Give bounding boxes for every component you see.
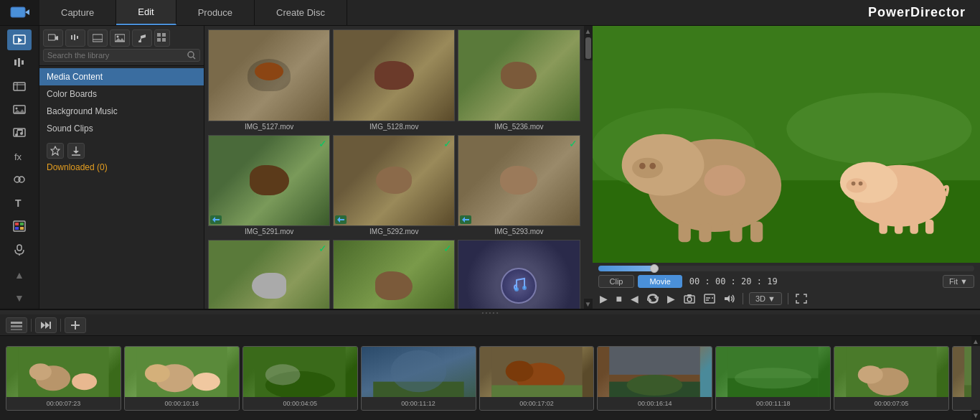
fit-dropdown[interactable]: Fit ▼ xyxy=(943,275,974,288)
timeline-clip[interactable]: 00:00:04:05 xyxy=(242,346,358,411)
capture-tab[interactable]: Capture xyxy=(39,0,116,25)
download-btn[interactable] xyxy=(67,143,85,159)
media-item[interactable]: IMG_5127.mov xyxy=(208,29,330,132)
app-logo xyxy=(0,0,39,25)
sidebar-image-icon[interactable] xyxy=(7,99,32,120)
media-label: IMG_5292.mov xyxy=(333,226,455,237)
media-grid-wrapper[interactable]: IMG_5127.mov IMG_5128.mov xyxy=(204,26,584,309)
svg-rect-116 xyxy=(610,347,700,375)
stop-btn[interactable]: ■ xyxy=(615,291,623,306)
category-media-content[interactable]: Media Content xyxy=(39,68,204,85)
category-background-music[interactable]: Background Music xyxy=(39,103,204,120)
media-item[interactable]: IMG_5128.mov xyxy=(333,29,455,132)
svg-point-123 xyxy=(858,365,883,383)
clip-label: 00:00:11:18 xyxy=(716,397,830,410)
media-item[interactable]: ✓ IMG_5294.mov xyxy=(208,240,330,309)
timeline-add-btn[interactable] xyxy=(65,317,86,333)
clip-thumbnail xyxy=(362,347,476,397)
svg-point-16 xyxy=(15,134,18,136)
svg-marker-52 xyxy=(462,217,469,223)
subtitle-btn[interactable] xyxy=(702,292,717,305)
sidebar-effects-icon[interactable]: fx xyxy=(7,146,32,167)
timeline-clip[interactable]: 00:00:11:18 xyxy=(715,346,831,411)
tl-scroll-up[interactable]: ▲ xyxy=(971,336,980,346)
import-music-btn[interactable] xyxy=(132,29,152,47)
clip-label: 00:00:16:14 xyxy=(598,397,712,410)
clip-mode-btn[interactable]: Clip xyxy=(598,275,635,288)
volume-btn[interactable] xyxy=(722,292,737,305)
media-item[interactable]: ✓ IMG_5291.mov xyxy=(208,135,330,238)
media-item[interactable]: ✓ IMG_5295.mov xyxy=(333,240,455,309)
svg-rect-23 xyxy=(15,223,19,225)
svg-point-20 xyxy=(19,177,24,182)
3d-btn[interactable]: 3D ▼ xyxy=(749,292,782,305)
create-disc-tab[interactable]: Create Disc xyxy=(255,0,347,25)
svg-point-64 xyxy=(639,163,646,169)
timeline-skip-btn[interactable] xyxy=(35,317,57,333)
tl-scroll-track[interactable] xyxy=(971,346,980,410)
timeline-clip[interactable]: 00:00:16:14 xyxy=(597,346,712,411)
sidebar-transitions-icon[interactable] xyxy=(7,169,32,190)
timeline-view-btn[interactable] xyxy=(6,317,27,333)
scroll-thumb[interactable] xyxy=(585,37,591,59)
movie-mode-btn[interactable]: Movie xyxy=(638,275,682,288)
panel-scrollbar[interactable]: ▲ ▼ xyxy=(584,26,593,309)
produce-tab[interactable]: Produce xyxy=(176,0,255,25)
search-input[interactable] xyxy=(47,51,187,60)
svg-point-106 xyxy=(265,364,301,385)
svg-marker-92 xyxy=(45,322,50,329)
sidebar-text-icon[interactable]: T xyxy=(7,192,32,213)
loop-btn[interactable] xyxy=(646,292,660,305)
media-item[interactable]: ✓ IMG_5293.mov xyxy=(458,135,580,238)
category-sound-clips[interactable]: Sound Clips xyxy=(39,120,204,137)
search-box[interactable] xyxy=(43,49,200,62)
svg-rect-77 xyxy=(894,222,902,234)
sidebar-collapse-up[interactable]: ▲ xyxy=(7,264,32,285)
svg-point-120 xyxy=(735,368,811,388)
sidebar-color-icon[interactable] xyxy=(7,215,32,236)
import-screen-btn[interactable] xyxy=(88,29,108,47)
progress-bar[interactable] xyxy=(598,266,975,271)
check-mark: ✓ xyxy=(319,243,327,254)
sidebar-media-icon[interactable] xyxy=(7,29,32,50)
timeline-clip[interactable]: 00:00:07:05 xyxy=(834,346,949,411)
svg-rect-68 xyxy=(730,223,742,242)
timeline-clip[interactable]: 00:00:07:23 xyxy=(6,346,121,411)
sidebar-collapse-down[interactable]: ▼ xyxy=(7,288,32,309)
preview-video-content xyxy=(593,26,981,263)
timeline-clip[interactable]: 00:00:17:02 xyxy=(479,346,595,411)
scroll-track[interactable] xyxy=(584,60,593,299)
import-audio-btn[interactable] xyxy=(65,29,85,47)
next-frame-btn[interactable]: ▶ xyxy=(666,291,677,306)
tl-scroll-down[interactable]: ▼ xyxy=(971,410,980,420)
pin-btn[interactable] xyxy=(47,143,64,159)
category-color-boards[interactable]: Color Boards xyxy=(39,85,204,103)
edit-tab[interactable]: Edit xyxy=(116,0,176,25)
media-item[interactable]: IMG_5236.mov xyxy=(458,29,580,132)
timeline-clip[interactable]: 00:00:11:12 xyxy=(361,346,476,411)
media-label: IMG_5236.mov xyxy=(458,121,580,132)
scroll-down-arrow[interactable]: ▼ xyxy=(584,299,593,309)
scroll-up-arrow[interactable]: ▲ xyxy=(584,26,593,36)
media-item[interactable]: ✓ IMG_5292.mov xyxy=(333,135,455,238)
snapshot-btn[interactable] xyxy=(682,292,697,305)
media-thumbnail xyxy=(458,29,580,121)
prev-frame-btn[interactable]: ◀ xyxy=(629,291,640,306)
timeline-toolbar xyxy=(0,314,980,336)
play-btn[interactable]: ▶ xyxy=(598,291,609,306)
sidebar-audio-icon[interactable] xyxy=(7,52,32,73)
timeline-clip[interactable]: 00:00:07:17 xyxy=(952,346,971,411)
svg-point-103 xyxy=(192,372,220,390)
import-video-btn[interactable] xyxy=(43,29,63,47)
sidebar-mic-icon[interactable] xyxy=(7,239,32,260)
timeline-clips[interactable]: 00:00:07:23 00:00:10:16 00:00:04:05 xyxy=(0,336,971,420)
media-item[interactable]: R You Up for It.m4a xyxy=(458,240,580,309)
import-image-btn[interactable] xyxy=(110,29,130,47)
fullscreen-btn[interactable] xyxy=(794,292,809,305)
timeline-scrollbar[interactable]: ▲ ▼ xyxy=(971,336,980,420)
sidebar-music-icon[interactable] xyxy=(7,123,32,144)
grid-view-btn[interactable] xyxy=(154,29,170,47)
timeline-clip[interactable]: 00:00:10:16 xyxy=(124,346,240,411)
sidebar-video-icon[interactable] xyxy=(7,76,32,97)
progress-handle[interactable] xyxy=(650,264,659,273)
